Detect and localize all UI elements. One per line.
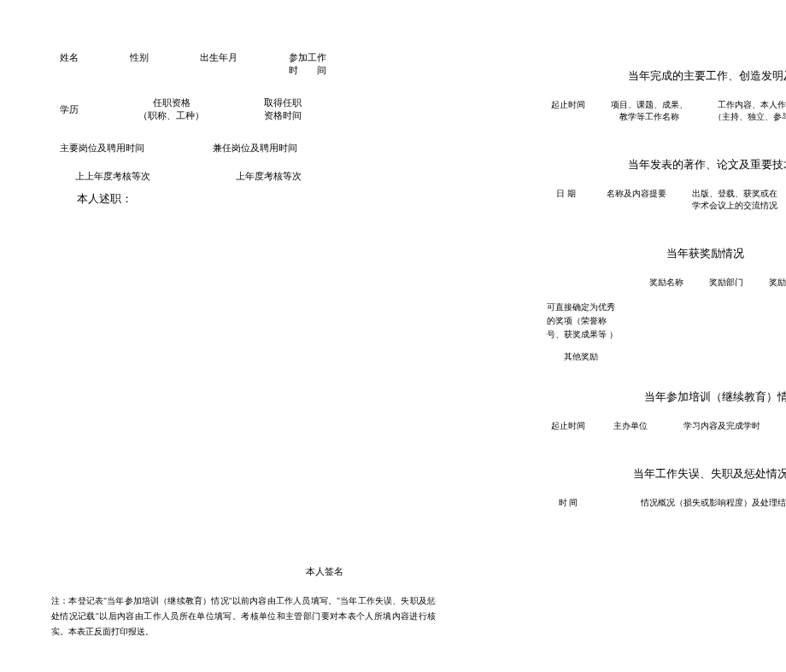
- award-row-other: 其他奖励: [564, 350, 786, 364]
- s3-hcol3: 奖励级别: [769, 277, 786, 289]
- s3-hcol1: 奖励名称: [649, 277, 683, 289]
- education-label: 学历: [60, 103, 79, 116]
- award-row-direct: 可直接确定为优秀 的奖项（荣誉称 号、获奖成果等 ）: [547, 301, 786, 342]
- self-report-label: 本人述职：: [77, 191, 436, 207]
- name-label: 姓名: [60, 51, 79, 78]
- s2-col1: 日 期: [547, 188, 585, 212]
- section4-title: 当年参加培训（继续教育）情况: [547, 389, 786, 405]
- prev-assess-label: 上年度考核等次: [236, 170, 302, 183]
- section-publications: 当年发表的著作、论文及重要技术报告 日 期 名称及内容提要 出版、登载、获奖或在…: [547, 157, 786, 212]
- s2-col2: 名称及内容提要: [602, 188, 671, 212]
- s4-col3: 学习内容及完成学时: [671, 420, 773, 432]
- note-text: 注：本登记表"当年参加培训（继续教育）情况"以前内容由工作人员填写。"当年工作失…: [51, 593, 436, 640]
- s2-col3: 出版、登载、获奖或在 学术会议上的交流情况: [688, 188, 782, 212]
- basic-info-row-2: 学历 任职资格 （职称、工种） 取得任职 资格时间: [60, 96, 436, 123]
- birth-label: 出生年月: [200, 51, 238, 78]
- self-signature-label: 本人签名: [214, 565, 436, 578]
- section1-header: 起止时间 项目、课题、成果、 教学等工作名称 工作内容、本人作用 （主持、独立、…: [547, 99, 786, 123]
- section3-header: 奖励名称 奖励部门 奖励级别: [649, 277, 786, 289]
- qualification-label: 任职资格 （职称、工种）: [138, 96, 204, 123]
- s5-col2: 情况概况（损失或影响程度）及处理结果: [641, 497, 786, 509]
- post-row: 主要岗位及聘用时间 兼任岗位及聘用时间: [60, 142, 436, 155]
- section-work: 当年完成的主要工作、创造发明及成果 起止时间 项目、课题、成果、 教学等工作名称…: [547, 68, 786, 123]
- s1-col1: 起止时间: [547, 99, 590, 123]
- s4-col2: 主办单位: [607, 420, 654, 432]
- concurrent-post-label: 兼任岗位及聘用时间: [213, 142, 297, 155]
- qual-time-label: 取得任职 资格时间: [264, 96, 302, 123]
- section5-title: 当年工作失误、失职及惩处情况记载: [547, 466, 786, 482]
- gender-label: 性别: [130, 51, 149, 78]
- section1-title: 当年完成的主要工作、创造发明及成果: [547, 68, 786, 84]
- right-page: 当年完成的主要工作、创造发明及成果 起止时间 项目、课题、成果、 教学等工作名称…: [547, 68, 786, 547]
- section-awards: 当年获奖励情况 奖励名称 奖励部门 奖励级别 可直接确定为优秀 的奖项（荣誉称 …: [547, 246, 786, 364]
- section5-header: 时 间 情况概况（损失或影响程度）及处理结果: [547, 497, 786, 509]
- section4-header: 起止时间 主办单位 学习内容及完成学时 成: [547, 420, 786, 432]
- left-page: 姓名 性别 出生年月 参加工作 时 间 学历 任职资格 （职称、工种） 取得任职…: [60, 51, 436, 640]
- s5-col1: 时 间: [547, 497, 590, 509]
- s1-col2: 项目、课题、成果、 教学等工作名称: [607, 99, 692, 123]
- basic-info-row-1: 姓名 性别 出生年月 参加工作 时 间: [60, 51, 436, 78]
- section2-title: 当年发表的著作、论文及重要技术报告: [547, 157, 786, 172]
- section-mistakes: 当年工作失误、失职及惩处情况记载 时 间 情况概况（损失或影响程度）及处理结果: [547, 466, 786, 509]
- s4-col1: 起止时间: [547, 420, 590, 432]
- section-training: 当年参加培训（继续教育）情况 起止时间 主办单位 学习内容及完成学时 成: [547, 389, 786, 432]
- main-post-label: 主要岗位及聘用时间: [60, 142, 144, 155]
- section2-header: 日 期 名称及内容提要 出版、登载、获奖或在 学术会议上的交流情况 全（独）: [547, 188, 786, 212]
- s3-hcol2: 奖励部门: [709, 277, 743, 289]
- section3-title: 当年获奖励情况: [513, 246, 786, 261]
- s1-col3: 工作内容、本人作用 （主持、独立、参与）: [709, 99, 786, 123]
- work-start-label: 参加工作 时 间: [289, 51, 326, 78]
- assessment-row: 上上年度考核等次 上年度考核等次: [60, 170, 436, 183]
- registrar-signature-label: 登记人签名：: [547, 535, 786, 547]
- prev-prev-assess-label: 上上年度考核等次: [75, 170, 150, 183]
